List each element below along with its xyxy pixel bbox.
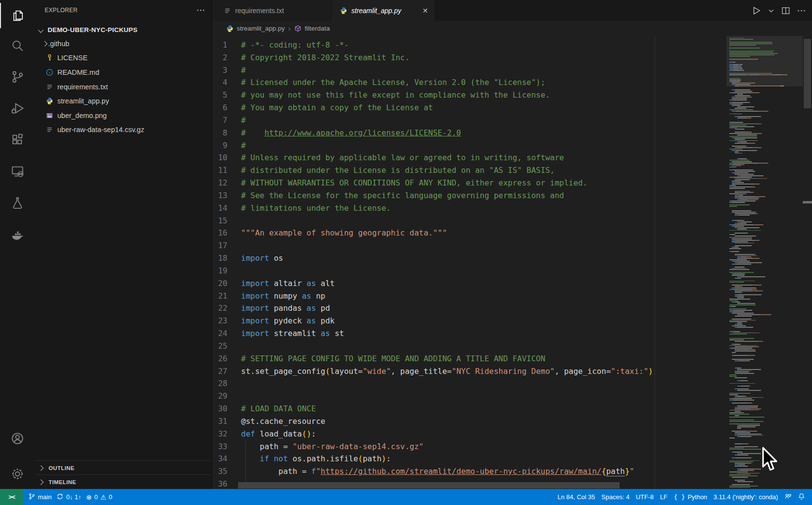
status-git-branch[interactable]: main	[28, 493, 52, 502]
explorer-sidebar: EXPLORER ⋯ DEMO-UBER-NYC-PICKUPS .github…	[35, 0, 212, 489]
file-label: .github	[48, 40, 69, 48]
code-line: 12# WITHOUT WARRANTIES OR CONDITIONS OF …	[212, 177, 812, 189]
code-text: # Licensed under the Apache License, Ver…	[237, 76, 545, 89]
folder-root-row[interactable]: DEMO-UBER-NYC-PICKUPS	[35, 23, 212, 36]
code-text	[237, 377, 241, 390]
split-editor-button[interactable]	[781, 6, 791, 16]
file-item-streamlit-app-py[interactable]: streamlit_app.py	[35, 94, 212, 108]
status-label: main	[38, 493, 52, 501]
code-text: st.set_page_config(layout="wide", page_t…	[237, 365, 653, 378]
code-editor[interactable]: 1# -*- coding: utf-8 -*-2# Copyright 201…	[212, 36, 812, 489]
status-cursor-position[interactable]: Ln 84, Col 35	[557, 493, 595, 501]
file-item-readme-md[interactable]: README.md	[35, 65, 212, 80]
status-label: 0	[109, 493, 112, 501]
activity-search[interactable]	[0, 34, 35, 57]
account-icon	[10, 431, 25, 446]
file-item-license[interactable]: LICENSE	[35, 51, 212, 66]
outline-section[interactable]: OUTLINE	[35, 460, 212, 475]
code-text: # Copyright 2018-2022 Streamlit Inc.	[237, 51, 410, 64]
vscode-window: EXPLORER ⋯ DEMO-UBER-NYC-PICKUPS .github…	[0, 0, 812, 505]
code-line: 2# Copyright 2018-2022 Streamlit Inc.	[212, 51, 812, 64]
code-lines[interactable]: 1# -*- coding: utf-8 -*-2# Copyright 201…	[212, 39, 812, 489]
close-icon[interactable]: ✕	[422, 7, 428, 15]
breadcrumb-file[interactable]: streamlit_app.py	[226, 25, 285, 33]
code-line: 1# -*- coding: utf-8 -*-	[212, 39, 812, 51]
file-label: uber_demo.png	[57, 112, 107, 119]
python-file-icon	[45, 97, 53, 105]
status-notifications[interactable]	[798, 493, 805, 502]
code-line: 26# SETTING PAGE CONFIG TO WIDE MODE AND…	[212, 353, 812, 365]
more-actions[interactable]: ⋯	[797, 5, 806, 16]
code-text: path = f"https://github.com/streamlit/de…	[237, 465, 634, 478]
status-git-sync[interactable]: 0↓ 1↑	[56, 493, 81, 502]
line-number: 2	[212, 51, 237, 64]
status-feedback[interactable]	[784, 493, 792, 502]
indent-guide	[245, 440, 246, 453]
chevron-right-icon	[38, 465, 43, 471]
code-text: #	[237, 64, 246, 77]
code-line: 15	[212, 215, 812, 227]
status-indentation[interactable]: Spaces: 4	[602, 493, 630, 501]
activity-testing[interactable]	[0, 191, 35, 215]
symbol-cube-icon	[294, 25, 302, 33]
explorer-title: EXPLORER	[45, 7, 196, 14]
status-python-interpreter[interactable]: 3.11.4 ('nightly': conda)	[713, 493, 778, 501]
breadcrumb-symbol[interactable]: filterdata	[294, 25, 330, 33]
horizontal-scrollbar-thumb[interactable]	[238, 482, 620, 488]
file-item-uber-demo-png[interactable]: uber_demo.png	[35, 108, 212, 123]
line-number: 32	[212, 428, 237, 440]
minimap[interactable]	[726, 36, 803, 489]
run-button[interactable]	[751, 5, 761, 16]
activity-docker[interactable]	[0, 223, 35, 246]
line-number: 12	[212, 177, 237, 189]
activity-explorer[interactable]	[0, 4, 35, 27]
vertical-scrollbar[interactable]	[803, 36, 812, 489]
line-number: 21	[212, 290, 237, 303]
code-line: 30# LOAD DATA ONCE	[212, 403, 812, 415]
file-item-uber-raw-data-sep14-csv-gz[interactable]: uber-raw-data-sep14.csv.gz	[35, 123, 212, 137]
tab-streamlit-app-py[interactable]: streamlit_app.py✕	[331, 0, 434, 21]
activity-source-control[interactable]	[0, 65, 35, 88]
activity-extensions[interactable]	[0, 128, 35, 152]
code-text: # limitations under the License.	[237, 202, 391, 215]
line-number: 6	[212, 101, 237, 114]
tab-requirements-txt[interactable]: requirements.txt	[212, 0, 331, 21]
code-line: 5# you may not use this file except in c…	[212, 89, 812, 101]
activity-remote-explorer[interactable]	[0, 160, 35, 183]
activity-accounts[interactable]	[0, 427, 35, 450]
code-line: 25	[212, 340, 812, 353]
line-number: 19	[212, 265, 237, 277]
line-number: 4	[212, 76, 237, 89]
line-number: 29	[212, 390, 237, 403]
code-text: import streamlit as st	[237, 327, 344, 340]
remote-indicator[interactable]: ><	[0, 489, 23, 505]
status-encoding[interactable]: UTF-8	[636, 493, 654, 501]
file-label: README.md	[57, 68, 99, 76]
code-text	[237, 239, 241, 252]
status-language-mode[interactable]: { }Python	[674, 493, 707, 501]
code-line: 20import altair as alt	[212, 277, 812, 290]
line-number: 5	[212, 89, 237, 101]
timeline-section[interactable]: TIMELINE	[35, 474, 212, 489]
play-icon	[751, 5, 761, 16]
code-text: import os	[237, 252, 283, 265]
line-number: 3	[212, 64, 237, 77]
file-item--github[interactable]: .github	[35, 36, 212, 51]
file-item-requirements-txt[interactable]: requirements.txt	[35, 80, 212, 94]
status-bar: >< main0↓ 1↑⊗0⚠0 Ln 84, Col 35Spaces: 4U…	[0, 489, 812, 505]
line-number: 34	[212, 453, 237, 465]
image-file-icon	[45, 111, 53, 119]
vertical-scrollbar-thumb[interactable]	[804, 39, 811, 108]
breadcrumb-file-label: streamlit_app.py	[237, 25, 285, 32]
code-line: 7#	[212, 114, 812, 127]
status-eol[interactable]: LF	[660, 493, 667, 501]
line-number: 8	[212, 127, 237, 139]
activity-run-and-debug[interactable]	[0, 97, 35, 120]
activity-settings[interactable]	[0, 462, 35, 486]
status-problems[interactable]: ⊗0⚠0	[86, 493, 112, 501]
run-dropdown[interactable]	[768, 7, 775, 14]
code-text: # http://www.apache.org/licenses/LICENSE…	[237, 127, 461, 139]
files-icon	[10, 8, 25, 23]
braces-icon: { }	[674, 493, 685, 501]
more-actions-icon[interactable]: ⋯	[196, 8, 205, 13]
